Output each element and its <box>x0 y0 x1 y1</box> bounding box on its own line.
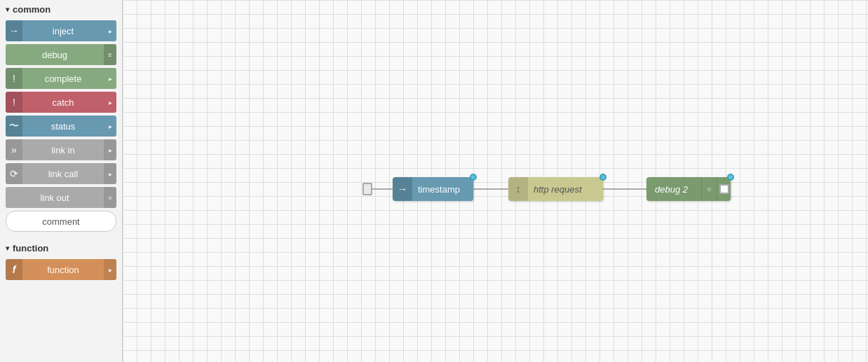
linkcall-right-port: ▸ <box>104 163 116 184</box>
debug2-label: debug 2 <box>646 184 701 195</box>
linkin-right-port: ▸ <box>104 139 116 160</box>
sidebar: ▾ common → inject ▸ debug ≡ ! complete ▸… <box>0 0 123 362</box>
debug2-port-box <box>719 184 729 194</box>
function-left-icon: f <box>6 259 22 280</box>
http-label: http request <box>528 184 603 195</box>
section-common-label: common <box>13 4 50 15</box>
catch-left-icon: ! <box>6 92 22 113</box>
comment-label: comment <box>6 216 116 227</box>
complete-label: complete <box>22 74 104 84</box>
linkout-right-icon: » <box>104 187 116 208</box>
timestamp-icon: → <box>393 177 412 201</box>
section-function-header[interactable]: ▾ function <box>0 239 122 258</box>
catch-right-port: ▸ <box>104 92 116 113</box>
canvas-node-http-request[interactable]: ↕ http request <box>508 177 603 201</box>
linkout-label: link out <box>6 193 104 203</box>
sidebar-item-complete[interactable]: ! complete ▸ <box>6 68 116 89</box>
http-icon: ↕ <box>508 177 528 201</box>
start-port <box>362 183 372 195</box>
sidebar-item-debug[interactable]: debug ≡ <box>6 44 116 65</box>
catch-label: catch <box>22 97 104 108</box>
chevron-function-icon: ▾ <box>6 244 9 252</box>
debug2-menu-icon[interactable]: ≡ <box>701 177 717 201</box>
sidebar-item-comment[interactable]: comment <box>6 211 116 232</box>
timestamp-out-port <box>470 174 477 181</box>
inject-left-icon: → <box>6 20 22 41</box>
linkcall-left-icon: ⟳ <box>6 163 22 184</box>
linkin-left-icon: » <box>6 139 22 160</box>
sidebar-item-link-in[interactable]: » link in ▸ <box>6 139 116 160</box>
flow-connectors <box>123 0 868 362</box>
inject-label: inject <box>22 26 104 36</box>
chevron-common-icon: ▾ <box>6 6 9 13</box>
sidebar-item-link-call[interactable]: ⟳ link call ▸ <box>6 163 116 184</box>
canvas-node-debug2[interactable]: debug 2 ≡ <box>646 177 731 201</box>
section-function-label: function <box>13 243 48 253</box>
sidebar-item-function[interactable]: f function ▸ <box>6 259 116 280</box>
canvas-node-timestamp[interactable]: → timestamp <box>393 177 473 201</box>
http-out-port <box>599 174 606 181</box>
common-node-list: → inject ▸ debug ≡ ! complete ▸ ! catch … <box>0 19 122 233</box>
status-right-port: ▸ <box>104 116 116 137</box>
complete-right-port: ▸ <box>104 68 116 89</box>
flow-canvas[interactable]: → timestamp ↕ http request debug 2 ≡ <box>123 0 868 362</box>
inject-right-port: ▸ <box>104 20 116 41</box>
timestamp-label: timestamp <box>412 184 473 195</box>
debug2-out-port <box>717 177 731 201</box>
linkin-label: link in <box>22 145 104 155</box>
section-common-header[interactable]: ▾ common <box>0 0 122 19</box>
status-label: status <box>22 121 104 132</box>
function-node-list: f function ▸ <box>0 258 122 281</box>
linkcall-label: link call <box>22 169 104 179</box>
complete-left-icon: ! <box>6 68 22 89</box>
status-left-icon: 〜 <box>6 116 22 137</box>
debug-right-icon: ≡ <box>104 44 116 65</box>
function-right-port: ▸ <box>104 259 116 280</box>
sidebar-item-status[interactable]: 〜 status ▸ <box>6 116 116 137</box>
debug2-top-port <box>727 174 734 181</box>
sidebar-item-inject[interactable]: → inject ▸ <box>6 20 116 41</box>
function-label: function <box>22 265 104 275</box>
sidebar-item-link-out[interactable]: link out » <box>6 187 116 208</box>
sidebar-item-catch[interactable]: ! catch ▸ <box>6 92 116 113</box>
debug-label: debug <box>6 50 104 60</box>
